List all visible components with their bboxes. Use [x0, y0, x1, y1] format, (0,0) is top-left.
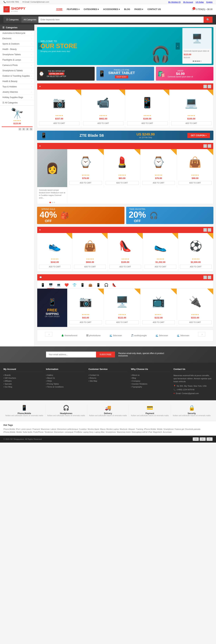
add-to-cart-btn[interactable]: ADD TO CART [39, 121, 79, 125]
tag[interactable]: DooLaptop,ListFull [132, 431, 148, 433]
tag[interactable]: Tracking [136, 428, 143, 430]
add-to-cart-btn[interactable]: ADD TO CART [180, 265, 212, 269]
sidebar-item-automotive[interactable]: Automotive & Motorcycle › [0, 30, 34, 36]
sidebar-item-bags[interactable]: Holiday Supplies Bags › [0, 95, 34, 100]
footer-company[interactable]: • Company [131, 380, 170, 382]
tag[interactable]: Laptop,iMac [94, 431, 105, 433]
tag[interactable]: Nulla facilis [23, 431, 32, 433]
add-to-cart-btn[interactable]: ADD TO CART [171, 121, 212, 125]
tag[interactable]: Smartphone [105, 431, 116, 433]
electronics-prev[interactable]: ‹ [204, 276, 207, 279]
page-3[interactable]: 3 [22, 128, 25, 130]
add-to-cart-btn[interactable]: ADD TO CART [69, 320, 102, 324]
featured-next[interactable]: › [208, 85, 211, 88]
tag[interactable]: Elementum [54, 431, 64, 433]
categories-toggle[interactable]: ☰ Categories [3, 16, 21, 23]
tab-bag[interactable]: 👜 [87, 282, 94, 288]
add-to-cart-btn[interactable]: ADD TO CART [109, 265, 141, 269]
add-to-cart-btn[interactable]: ADD TO CART [106, 181, 139, 185]
language-link[interactable]: English [206, 1, 213, 3]
footer-pricing[interactable]: • Pricing Tables [46, 383, 85, 385]
footer-sitemap[interactable]: • Site Map [88, 380, 128, 382]
nav-categories[interactable]: CATEGORIES ▾ [84, 8, 99, 10]
sidebar-item-sports[interactable]: Sports & Outdoors › [0, 41, 34, 46]
tag[interactable]: Aliquam [128, 428, 135, 430]
brand-themeforest[interactable]: 🌲 themeforest [61, 334, 77, 337]
add-to-cart-btn[interactable]: ADD TO CART [69, 181, 102, 185]
tag[interactable]: Mobile [157, 428, 162, 430]
tag[interactable]: Laptop,Sony [83, 431, 94, 433]
tag[interactable]: Maura [100, 428, 105, 430]
footer-about[interactable]: • About Us [46, 377, 85, 379]
tag[interactable]: Phone,Mobile [3, 428, 15, 430]
tag[interactable]: Monitor,Apple [88, 428, 99, 430]
nav-contact[interactable]: CONTACT US [147, 8, 161, 10]
sidebar-item-health[interactable]: Health - Beauty › [0, 46, 34, 52]
tab-laptop[interactable]: 💻 [55, 282, 62, 288]
tab-phone[interactable]: 📱 [39, 282, 46, 288]
add-to-cart-btn[interactable]: ADD TO CART [127, 121, 168, 125]
tab-shoes[interactable]: 👠 [111, 282, 118, 288]
newsletter-email[interactable] [46, 352, 96, 358]
sidebar-item-outdoor[interactable]: Outdoor & Travelling Supplies › [0, 73, 34, 79]
hero-next[interactable]: › [176, 43, 180, 50]
nav-features[interactable]: FEATURES ▾ [67, 8, 79, 10]
footer-specials[interactable]: • Specials [3, 383, 43, 385]
footer-investor[interactable]: • Investor Relations [131, 383, 170, 385]
sidebar-item-smartphone1[interactable]: Smartphone Tablets › [0, 52, 34, 57]
search-button[interactable]: 🔍 [204, 16, 213, 23]
watches-next[interactable]: › [208, 144, 211, 148]
add-to-cart-btn[interactable]: ADD TO CART [106, 320, 139, 324]
tag[interactable]: Macbook [120, 428, 128, 430]
shoes-prev[interactable]: ‹ [204, 228, 207, 232]
shoes-next[interactable]: › [208, 228, 211, 232]
footer-aboutus[interactable]: • About us [131, 374, 170, 376]
brand-3docean1[interactable]: 🌊 3docean [109, 334, 122, 337]
add-to-cart-btn[interactable]: ADD TO CART [142, 320, 175, 324]
footer-terms[interactable]: • Terms & Conditions [46, 386, 85, 388]
tag[interactable]: Pods/Phone [33, 431, 44, 433]
cart-area[interactable]: 🛒 0 0 ITEM(S) – $0.00 [192, 8, 213, 10]
footer-blog2[interactable]: • Blog [131, 377, 170, 379]
newsletter-submit[interactable]: SUBSCRIBE [96, 352, 115, 358]
logo[interactable]: 🛒 SHOPPY STORE [3, 6, 25, 12]
add-to-cart-btn[interactable]: ADD TO CART [74, 265, 106, 269]
footer-faqs[interactable]: • FAQs [46, 380, 85, 382]
tab-shirt[interactable]: 👕 [71, 282, 78, 288]
tag[interactable]: Dountosk,passata [185, 428, 200, 430]
add-to-cart-btn[interactable]: ADD TO CART [179, 181, 212, 185]
tag[interactable]: Feature,get [175, 428, 184, 430]
watches-prev[interactable]: ‹ [204, 144, 207, 148]
currency-link[interactable]: US Dollar [196, 1, 204, 3]
tag[interactable]: Maecenas lorem [117, 431, 131, 433]
add-to-cart-btn[interactable]: ADD TO CART [83, 121, 124, 125]
tag[interactable]: Praesent [32, 428, 40, 430]
nav-blog[interactable]: BLOG [124, 8, 130, 10]
page-4[interactable]: 4 [26, 128, 29, 130]
sidebar-item-all[interactable]: ☰ All Categories [0, 100, 34, 106]
footer-gift[interactable]: • Gift Vouchers [3, 377, 43, 379]
footer-affiliates[interactable]: • Affiliates [3, 380, 43, 382]
page-5[interactable]: 5 [29, 128, 32, 130]
dot-3[interactable] [54, 202, 55, 203]
tab-headphones[interactable]: 🎧 [103, 282, 110, 288]
footer-gallery[interactable]: • Gallery [46, 374, 85, 376]
category-select[interactable]: All Categories [21, 16, 38, 23]
tag[interactable]: Elementum pellentesque [57, 428, 78, 430]
footer-contact[interactable]: • Contact Us [88, 374, 128, 376]
sidebar-item-jewelry[interactable]: Jewelry Watches › [0, 90, 34, 95]
nav-pages[interactable]: PAGES ▾ [134, 8, 143, 10]
zte-coupon-btn[interactable]: GET COUPON > [187, 133, 210, 138]
brand-audiojungle[interactable]: 🎵 audiojungle [131, 334, 147, 337]
tag[interactable]: iPhone,Mobile [144, 428, 156, 430]
sidebar-item-flashlights[interactable]: Flashlights & Lamps › [0, 57, 34, 63]
page-2[interactable]: 2 [18, 128, 21, 130]
featured-prev[interactable]: ‹ [204, 85, 207, 88]
sidebar-item-smartphone2[interactable]: Smartphone & Tablets › [0, 68, 34, 73]
brands-next[interactable]: › [198, 332, 205, 336]
tag[interactable]: iPhone,Mobile [3, 431, 15, 433]
add-to-cart-btn[interactable]: ADD TO CART [142, 181, 175, 185]
tag[interactable]: iPod [16, 428, 20, 430]
tag[interactable]: Tenderson [44, 431, 53, 433]
footer-brands[interactable]: • Brands [3, 374, 43, 376]
